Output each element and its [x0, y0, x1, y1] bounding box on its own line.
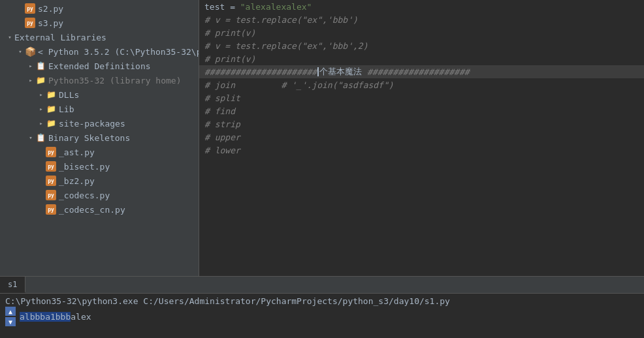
code-comment-4: # v = test.replace("ex",'bbb',2)	[204, 41, 368, 51]
sidebar-item-ast[interactable]: py _ast.py	[0, 145, 199, 159]
code-line-1: test = "alexalexalex"	[199, 0, 644, 13]
arrow-site-packages	[37, 119, 46, 128]
icon-ext-def: 📋	[35, 61, 46, 71]
label-dlls: DLLs	[59, 90, 79, 100]
code-line-3: # print(v)	[199, 26, 644, 39]
code-comment-9: # find	[204, 106, 235, 116]
icon-ast: py	[46, 147, 56, 157]
code-line-2: # v = test.replace("ex",'bbb')	[199, 13, 644, 26]
code-comment-7: # join # '_'.join("asdfasdf")	[204, 80, 394, 90]
arrow-py3532	[26, 76, 35, 85]
sidebar-item-codecs-cn[interactable]: py _codecs_cn.py	[0, 202, 199, 217]
icon-python352: 📦	[25, 46, 35, 57]
code-equals: =	[225, 2, 240, 12]
sidebar-item-python352[interactable]: 📦 < Python 3.5.2 (C:\Python35-32\p	[0, 44, 199, 59]
code-editor[interactable]: test = "alexalexalex" # v = test.replace…	[199, 0, 644, 276]
sidebar-item-lib[interactable]: 📁 Lib	[0, 102, 199, 116]
terminal-arrows: ▲ ▼	[5, 306, 16, 327]
sidebar-item-binary-skeletons[interactable]: 📋 Binary Skeletons	[0, 131, 199, 145]
code-string-alex: "alexalexalex"	[240, 2, 312, 12]
sidebar-item-external-libraries[interactable]: External Libraries	[0, 30, 199, 44]
code-comment-11: # upper	[204, 132, 240, 142]
label-ext-def: Extended Definitions	[48, 61, 151, 71]
terminal-output-normal: alex	[71, 312, 91, 322]
main-area: py s2.py py s3.py External Libraries 📦 <…	[0, 0, 644, 276]
arrow-dlls	[37, 90, 46, 99]
icon-s3py: py	[25, 18, 35, 28]
terminal-area: s1 C:\Python35-32\python3.exe C:/Users/A…	[0, 276, 644, 338]
label-s3py: s3.py	[38, 18, 63, 28]
terminal-output-highlighted: albbba1bbb	[20, 312, 71, 322]
code-sep-right: ####################	[362, 67, 469, 77]
label-lib: Lib	[59, 104, 74, 114]
label-codecs-cn: _codecs_cn.py	[59, 205, 125, 215]
code-chinese-text: 个基本魔法	[319, 66, 362, 78]
code-comment-2: # v = test.replace("ex",'bbb')	[204, 15, 358, 25]
code-line-11: # upper	[199, 131, 644, 144]
label-site-packages: site-packages	[59, 119, 125, 129]
label-binary-skeletons: Binary Skeletons	[48, 133, 130, 143]
code-line-5: # print(v)	[199, 52, 644, 65]
terminal-cmd-text: C:\Python35-32\python3.exe C:/Users/Admi…	[5, 296, 450, 306]
code-line-9: # find	[199, 104, 644, 117]
code-line-7: # join # '_'.join("asdfasdf")	[199, 78, 644, 91]
sidebar: py s2.py py s3.py External Libraries 📦 <…	[0, 0, 199, 276]
code-comment-5: # print(v)	[204, 54, 255, 64]
sidebar-item-s3py[interactable]: py s3.py	[0, 16, 199, 30]
code-line-10: # strip	[199, 117, 644, 131]
terminal-tab-label: s1	[8, 280, 17, 289]
icon-lib: 📁	[46, 104, 56, 114]
label-s2py: s2.py	[38, 4, 63, 14]
icon-bisect: py	[46, 161, 56, 172]
code-line-8: # split	[199, 91, 644, 104]
text-cursor	[317, 67, 319, 76]
terminal-tab-bar: s1	[0, 277, 644, 294]
code-comment-8: # split	[204, 93, 240, 103]
label-bz2: _bz2.py	[59, 176, 95, 186]
code-var-test: test	[204, 2, 225, 12]
sidebar-item-ext-def[interactable]: 📋 Extended Definitions	[0, 59, 199, 73]
terminal-cmd-line: C:\Python35-32\python3.exe C:/Users/Admi…	[5, 296, 639, 306]
terminal-tab-s1[interactable]: s1	[0, 277, 25, 293]
sidebar-item-bisect[interactable]: py _bisect.py	[0, 159, 199, 174]
icon-codecs-cn: py	[46, 204, 56, 215]
sidebar-item-s2py[interactable]: py s2.py	[0, 1, 199, 16]
arrow-python352	[16, 47, 25, 56]
code-sep-left: ######################	[204, 67, 317, 77]
label-codecs: _codecs.py	[59, 191, 110, 200]
terminal-output: ▲ ▼ albbba1bbb alex	[5, 306, 639, 327]
terminal-arrow-down[interactable]: ▼	[5, 317, 16, 326]
sidebar-item-codecs[interactable]: py _codecs.py	[0, 188, 199, 202]
arrow-ext-def	[26, 61, 35, 70]
terminal-arrow-up[interactable]: ▲	[5, 307, 16, 316]
label-bisect: _bisect.py	[59, 162, 110, 172]
icon-py3532: 📁	[35, 75, 46, 85]
icon-binary-skeletons: 📋	[35, 132, 46, 143]
icon-codecs: py	[46, 190, 56, 200]
code-line-12: # lower	[199, 144, 644, 157]
arrow-lib	[37, 104, 46, 114]
label-py3532: Python35-32 (library home)	[48, 76, 182, 85]
arrow-binary-skeletons	[26, 133, 35, 142]
code-comment-3: # print(v)	[204, 28, 255, 38]
icon-dlls: 📁	[46, 89, 56, 100]
terminal-content: C:\Python35-32\python3.exe C:/Users/Admi…	[0, 294, 644, 338]
label-python352: < Python 3.5.2 (C:\Python35-32\p	[38, 47, 199, 57]
label-ast: _ast.py	[59, 147, 95, 157]
code-comment-10: # strip	[204, 119, 240, 129]
arrow-ext-libs	[5, 33, 14, 42]
label-ext-libs: External Libraries	[14, 33, 106, 42]
code-line-6: ######################个基本魔法 ############…	[199, 65, 644, 78]
icon-site-packages: 📁	[46, 118, 56, 129]
icon-s2py: py	[25, 3, 35, 14]
sidebar-item-bz2[interactable]: py _bz2.py	[0, 174, 199, 188]
code-comment-12: # lower	[204, 146, 240, 155]
sidebar-item-py3532[interactable]: 📁 Python35-32 (library home)	[0, 73, 199, 87]
icon-bz2: py	[46, 176, 56, 186]
sidebar-item-dlls[interactable]: 📁 DLLs	[0, 87, 199, 102]
code-line-4: # v = test.replace("ex",'bbb',2)	[199, 39, 644, 52]
sidebar-item-site-packages[interactable]: 📁 site-packages	[0, 116, 199, 131]
